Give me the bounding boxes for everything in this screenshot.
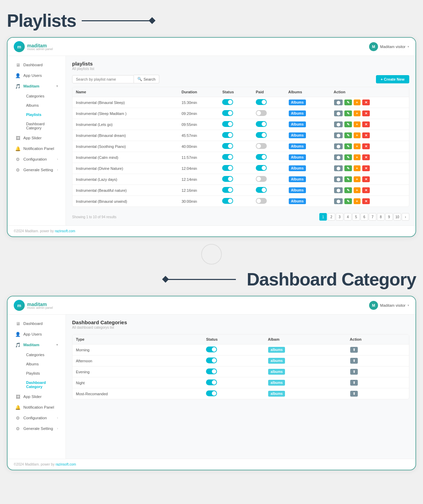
status-toggle[interactable]: [222, 187, 233, 193]
page-number[interactable]: 10: [393, 213, 401, 221]
status-toggle[interactable]: [222, 132, 233, 138]
page-number[interactable]: 9: [385, 213, 393, 221]
dc-action-button[interactable]: ⬆: [350, 391, 358, 397]
p2-sidebar-albums[interactable]: Albums: [21, 360, 64, 368]
status-toggle[interactable]: [222, 165, 233, 171]
p2-sidebar-appslider[interactable]: 🖼 App Slider: [10, 391, 64, 402]
action-grey-button[interactable]: ⬤: [334, 176, 343, 182]
delete-button[interactable]: ✕: [362, 176, 370, 182]
delete-button[interactable]: ✕: [362, 154, 370, 160]
albums-button[interactable]: Albums: [289, 198, 306, 204]
sidebar-item-appslider[interactable]: 🖼 App Slider: [10, 133, 64, 143]
action-orange-button[interactable]: +: [354, 165, 361, 171]
paid-toggle[interactable]: [256, 132, 267, 138]
albums-button[interactable]: Albums: [289, 154, 306, 160]
edit-button[interactable]: ✎: [344, 121, 352, 127]
action-grey-button[interactable]: ⬤: [334, 187, 343, 193]
dc-albums-button[interactable]: albums: [268, 391, 285, 397]
p2-sidebar-maditam[interactable]: 🎵 Maditam ▾: [10, 340, 64, 350]
pagination-next[interactable]: ›: [402, 213, 409, 221]
page-number[interactable]: 1: [319, 213, 327, 221]
action-grey-button[interactable]: ⬤: [334, 132, 343, 138]
page-number[interactable]: 6: [361, 213, 368, 221]
action-orange-button[interactable]: +: [354, 110, 361, 116]
dc-status-toggle[interactable]: [206, 390, 217, 396]
paid-toggle[interactable]: [256, 176, 267, 182]
action-orange-button[interactable]: +: [354, 198, 361, 204]
create-new-button[interactable]: + Create New: [376, 75, 409, 83]
dc-action-button[interactable]: ⬆: [350, 347, 358, 353]
delete-button[interactable]: ✕: [362, 132, 370, 138]
sidebar-item-dashboard-category[interactable]: Dashboard Category: [21, 119, 64, 132]
albums-button[interactable]: Albums: [289, 132, 306, 138]
delete-button[interactable]: ✕: [362, 165, 370, 171]
sidebar-item-dashboard[interactable]: 🖥 Dashboard: [10, 60, 64, 70]
delete-button[interactable]: ✕: [362, 99, 370, 105]
delete-button[interactable]: ✕: [362, 121, 370, 127]
dc-albums-button[interactable]: albums: [268, 347, 285, 353]
action-orange-button[interactable]: +: [354, 99, 361, 105]
edit-button[interactable]: ✎: [344, 110, 352, 116]
sidebar-item-appusers[interactable]: 👤 App Users: [10, 70, 64, 81]
page-number[interactable]: 8: [377, 213, 385, 221]
dc-action-button[interactable]: ⬆: [350, 358, 358, 364]
paid-toggle[interactable]: [256, 110, 267, 116]
albums-button[interactable]: Albums: [289, 121, 306, 127]
action-orange-button[interactable]: +: [354, 132, 361, 138]
page-number[interactable]: 2: [328, 213, 335, 221]
dc-action-button[interactable]: ⬆: [350, 380, 358, 386]
paid-toggle[interactable]: [256, 187, 267, 193]
panel2-footer-link[interactable]: razinsoft.com: [56, 462, 76, 466]
paid-toggle[interactable]: [256, 99, 267, 105]
edit-button[interactable]: ✎: [344, 198, 352, 204]
action-grey-button[interactable]: ⬤: [334, 165, 343, 171]
dc-status-toggle[interactable]: [206, 368, 217, 374]
paid-toggle[interactable]: [256, 143, 267, 149]
page-number[interactable]: 4: [344, 213, 352, 221]
dc-status-toggle[interactable]: [206, 358, 217, 363]
sidebar-item-categories[interactable]: Categories: [21, 92, 64, 101]
paid-toggle[interactable]: [256, 154, 267, 160]
edit-button[interactable]: ✎: [344, 176, 352, 182]
p2-sidebar-dashboard-category[interactable]: Dashboard Category: [21, 378, 64, 391]
action-grey-button[interactable]: ⬤: [334, 154, 343, 160]
p2-sidebar-generalesetting[interactable]: ⚙ Generale Setting ›: [10, 423, 64, 434]
action-grey-button[interactable]: ⬤: [334, 121, 343, 127]
action-orange-button[interactable]: +: [354, 143, 361, 149]
albums-button[interactable]: Albums: [289, 187, 306, 193]
status-toggle[interactable]: [222, 99, 233, 105]
delete-button[interactable]: ✕: [362, 143, 370, 149]
p2-sidebar-configuration[interactable]: ⚙ Configuration ›: [10, 413, 64, 423]
edit-button[interactable]: ✎: [344, 143, 352, 149]
sidebar-item-albums[interactable]: Albums: [21, 101, 64, 110]
sidebar-item-maditam[interactable]: 🎵 Maditam ▾: [10, 81, 64, 91]
sidebar-item-notification[interactable]: 🔔 Notification Panel: [10, 143, 64, 154]
action-grey-button[interactable]: ⬤: [334, 198, 343, 204]
page-number[interactable]: 7: [369, 213, 376, 221]
dc-albums-button[interactable]: albums: [268, 358, 285, 364]
p2-sidebar-notification[interactable]: 🔔 Notification Panel: [10, 402, 64, 412]
action-orange-button[interactable]: +: [354, 154, 361, 160]
p2-sidebar-categories[interactable]: Categories: [21, 350, 64, 359]
edit-button[interactable]: ✎: [344, 154, 352, 160]
albums-button[interactable]: Albums: [289, 165, 306, 171]
paid-toggle[interactable]: [256, 121, 267, 127]
search-button[interactable]: 🔍 Search: [134, 75, 159, 83]
edit-button[interactable]: ✎: [344, 99, 352, 105]
status-toggle[interactable]: [222, 143, 233, 149]
edit-button[interactable]: ✎: [344, 165, 352, 171]
sidebar-item-playlists[interactable]: Playlists: [21, 110, 64, 119]
action-grey-button[interactable]: ⬤: [334, 99, 343, 105]
paid-toggle[interactable]: [256, 165, 267, 171]
action-orange-button[interactable]: +: [354, 176, 361, 182]
p2-sidebar-appusers[interactable]: 👤 App Users: [10, 329, 64, 339]
sidebar-item-generalesetting[interactable]: ⚙ Generale Setting ›: [10, 165, 64, 175]
dc-action-button[interactable]: ⬆: [350, 369, 358, 375]
action-orange-button[interactable]: +: [354, 121, 361, 127]
page-number[interactable]: 5: [352, 213, 360, 221]
page-number[interactable]: 3: [336, 213, 343, 221]
status-toggle[interactable]: [222, 176, 233, 182]
status-toggle[interactable]: [222, 198, 233, 204]
status-toggle[interactable]: [222, 110, 233, 116]
delete-button[interactable]: ✕: [362, 110, 370, 116]
